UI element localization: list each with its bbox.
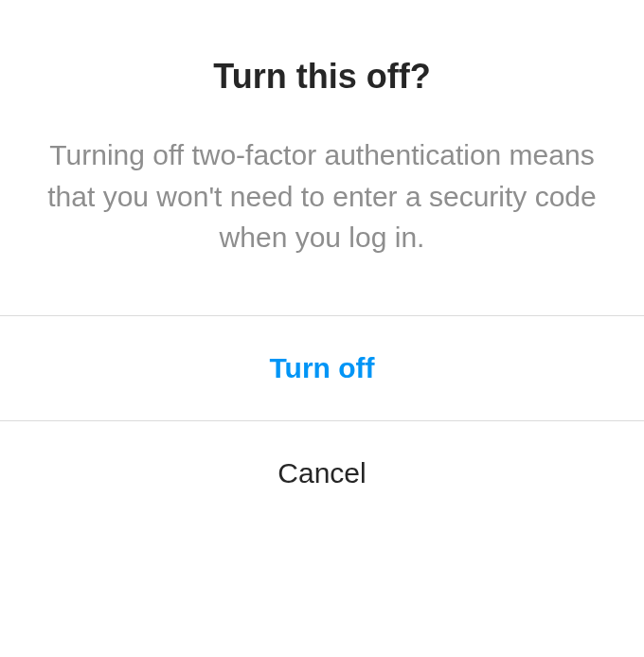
dialog-title: Turn this off? (38, 57, 606, 97)
turn-off-button-label: Turn off (269, 352, 374, 383)
turn-off-button[interactable]: Turn off (0, 316, 644, 420)
cancel-button[interactable]: Cancel (0, 421, 644, 525)
confirmation-dialog: Turn this off? Turning off two-factor au… (0, 0, 644, 657)
cancel-button-label: Cancel (277, 457, 366, 488)
dialog-content: Turn this off? Turning off two-factor au… (0, 0, 644, 315)
dialog-body: Turning off two-factor authentica­tion m… (38, 134, 606, 258)
